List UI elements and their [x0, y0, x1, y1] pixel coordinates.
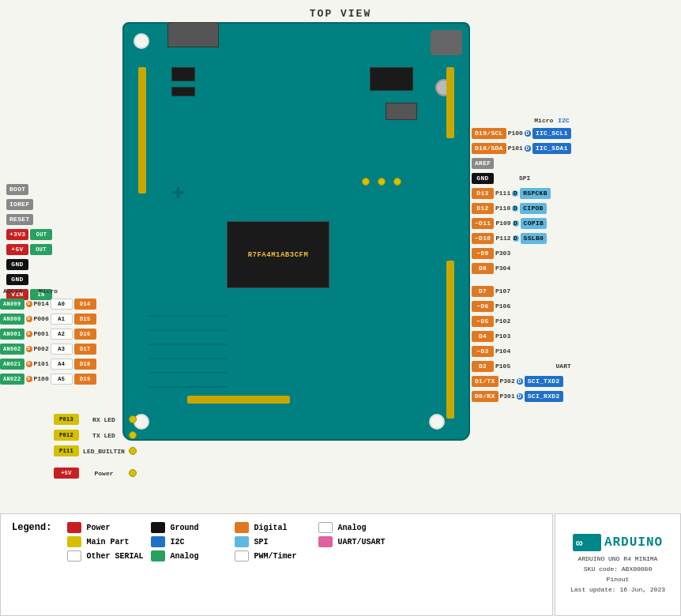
badge-d10: ~D10 [472, 233, 494, 244]
pin-row-d8: D8 P304 [472, 261, 571, 276]
micro-header: Micro [534, 117, 553, 124]
right-header-row: Micro I2C [472, 117, 571, 124]
pin-row-boot: BOOT [6, 182, 52, 197]
legend-grid: Power Ground Digital Analog Main P [67, 522, 394, 562]
micro-p102: P102 [495, 317, 510, 325]
badge-d12: D12 [472, 203, 494, 214]
mount-hole-br [429, 414, 445, 430]
right-labels-container: Micro I2C D19/SCL P100 D IIC_SCL1 D18/SD… [472, 117, 571, 404]
micro-p105: P105 [495, 362, 510, 370]
micro-p014: P014 [34, 300, 49, 307]
arduino-board: + R7FA4M1AB3CFM [122, 22, 470, 441]
pin-row-d3: ~D3 P104 [472, 344, 571, 359]
legend-digital: Digital [235, 522, 310, 533]
badge-d14: D14 [74, 299, 96, 310]
badge-d19scl: D19/SCL [472, 128, 506, 139]
badge-cipob: CIPOB [520, 203, 547, 214]
badge-copib: COPIB [521, 218, 547, 229]
power-row: +5V Power [54, 466, 137, 480]
legend-i2c: I2C [151, 536, 227, 547]
legend-analog-green-label: Analog [170, 552, 198, 561]
led-indicator-builtin [129, 447, 137, 455]
badge-d15: D15 [74, 314, 96, 325]
label-tx-led: TX LED [82, 432, 126, 439]
badge-a4: A4 [51, 359, 73, 370]
micro-p000: P000 [34, 315, 49, 322]
legend-spi: SPI [235, 536, 310, 547]
legend-main-part: Main Part [67, 536, 143, 547]
badge-p111: P111 [54, 445, 79, 456]
usb-connector [167, 22, 219, 47]
top-view-label: TOP VIEW [310, 8, 371, 20]
arduino-model: ARDUINO UNO R4 MINIMA SKU code: ABX00080… [570, 554, 665, 595]
led-3 [362, 178, 370, 186]
badge-d11: ~D11 [472, 218, 494, 229]
badge-an009: AN009 [0, 299, 24, 310]
badge-d19: D19 [74, 374, 96, 385]
pin-row-d7: D7 P107 [472, 284, 571, 299]
legend-analog-white: Analog [318, 522, 394, 533]
swatch-pwm [235, 550, 249, 562]
micro-p110: P110 [495, 205, 510, 212]
legend-spi-label: SPI [254, 538, 268, 547]
badge-d18sda: D18/SDA [472, 143, 506, 154]
pin-row-5v: +5V OUT [6, 242, 52, 257]
micro-p106: P106 [495, 302, 510, 310]
micro-p001: P001 [34, 330, 49, 337]
badge-a1: A1 [51, 314, 73, 325]
right-pin-strip-top [446, 67, 454, 138]
badge-d0rx: D0/RX [472, 391, 499, 402]
i2c-header: I2C [558, 117, 569, 124]
pin-row-d0rx: D0/RX P301 D SCI_RXD2 [472, 389, 571, 404]
analog-pins-container: ADC14 Micro AN009 D P014 A0 D14 AN000 D … [0, 287, 96, 386]
pin-row-reset: RESET [6, 212, 52, 227]
small-chip-3 [386, 103, 417, 120]
pin-row-d6: ~D6 P106 [472, 299, 571, 314]
legend-power-label: Power [86, 524, 110, 532]
badge-an021: AN021 [0, 359, 24, 370]
pin-row-d9: ~D9 P303 [472, 246, 571, 261]
swatch-analog-white [318, 522, 333, 533]
led-1 [393, 178, 401, 186]
badge-d16: D16 [74, 329, 96, 340]
badge-3v3: +3V3 [6, 229, 28, 240]
led-indicator-rx [129, 415, 137, 423]
micro-p304: P304 [495, 265, 510, 272]
legend-other-serial-label: Other SERIAL [86, 552, 143, 561]
micro-p112: P112 [495, 235, 510, 242]
label-rx-led: RX LED [82, 416, 126, 423]
legend-pwm-label: PWM/Timer [254, 552, 296, 561]
main-chip: R7FA4M1AB3CFM [227, 221, 329, 288]
arduino-brand-label: ARDUINO [604, 535, 663, 550]
swatch-ground [151, 522, 165, 533]
badge-ioref: IOREF [6, 199, 33, 210]
board-plus: + [171, 182, 185, 206]
badge-5v: +5V [6, 244, 28, 255]
badge-d5: ~D5 [472, 316, 494, 327]
micro-p002: P002 [34, 345, 49, 352]
legend-main-part-label: Main Part [86, 538, 129, 547]
right-pin-strip-bottom [446, 261, 454, 419]
pin-row-aref: AREF [472, 156, 571, 171]
badge-reset: RESET [6, 214, 33, 225]
badge-d7: D7 [472, 286, 494, 297]
badge-d-an009: D [26, 301, 32, 307]
badge-d-spi2: D [512, 205, 518, 212]
badge-d18: D18 [74, 359, 96, 370]
badge-d-uart1: D [517, 378, 523, 385]
legend-power: Power [67, 522, 143, 533]
led-2 [378, 178, 386, 186]
micro-p301: P301 [500, 393, 515, 400]
badge-d3: ~D3 [472, 346, 494, 357]
badge-d17: D17 [74, 344, 96, 355]
badge-an000: AN000 [0, 314, 24, 325]
legend-ground-label: Ground [170, 524, 198, 532]
legend-title: Legend: [12, 522, 51, 533]
micro-p101a: P101 [508, 145, 523, 152]
badge-a0: A0 [51, 299, 73, 310]
badge-an022: AN022 [0, 374, 24, 385]
badge-d9: ~D9 [472, 248, 494, 259]
pin-row-d13: D13 P111 D RSPCKB [472, 186, 571, 201]
badge-d-circle: D [525, 145, 531, 152]
pin-row-d18sda: D18/SDA P101 D IIC_SDA1 [472, 141, 571, 156]
